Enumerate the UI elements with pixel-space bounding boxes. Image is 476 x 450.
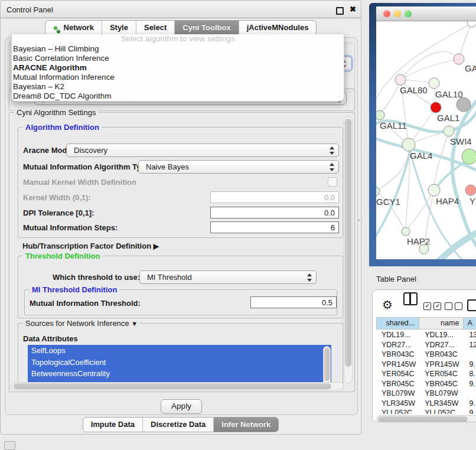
control-panel-titlebar: Control Panel ✖ (1, 2, 361, 18)
network-node[interactable] (376, 110, 384, 120)
which-threshold-combobox[interactable]: MI Threshold (139, 270, 317, 284)
tab-style[interactable]: Style (102, 21, 136, 35)
table-row[interactable]: YBR043CYBR043C (376, 350, 476, 360)
table-row[interactable]: YBR045CYBR045C9. (376, 379, 476, 389)
network-node[interactable] (431, 102, 441, 113)
network-node[interactable] (454, 54, 464, 64)
sources-toggle[interactable]: Sources for Network Inference ▼ (23, 319, 140, 328)
deselect-all-checkboxes-icon[interactable] (445, 301, 462, 311)
table-panel-title: Table Panel (376, 275, 416, 283)
table-cell: YDL19... (419, 330, 464, 340)
tab-infer-network[interactable]: Infer Network (213, 418, 278, 432)
table-cell: YBR043C (376, 350, 419, 360)
table-row[interactable]: YBL079WYBL079W (376, 389, 476, 399)
manual-kernel-checkbox[interactable] (328, 177, 337, 187)
algorithm-option[interactable]: Dream8 DC_TDC Algorithm (12, 92, 344, 101)
float-window-icon[interactable] (336, 7, 344, 15)
tab-network[interactable]: Network (45, 21, 102, 35)
algorithm-option[interactable]: Basic Correlation Inference (12, 54, 344, 63)
apply-button[interactable]: Apply (161, 399, 202, 414)
select-all-checkboxes-icon[interactable]: ✓ ✓ (423, 301, 441, 311)
settings-vertical-scrollbar[interactable] (344, 116, 353, 383)
network-node[interactable] (467, 21, 476, 27)
network-node[interactable] (457, 97, 471, 112)
table-body: YDL19...YDL19...13YDR27...YDR27...12YBR0… (376, 330, 476, 414)
tab-label: Style (110, 21, 128, 35)
hub-definition-toggle[interactable]: Hub/Transcription Factor Definition ▶ (22, 242, 159, 250)
tab-discretize-data[interactable]: Discretize Data (142, 418, 213, 432)
table-row[interactable]: YPR145WYPR145W9. (376, 360, 476, 370)
table-cell: 13 (464, 330, 476, 340)
data-attribute-item[interactable]: BetweennessCentrality (28, 368, 331, 380)
network-canvas[interactable]: GALGAL80GAL10GAL1GAL11SWI4GAL4GCY1HAP4YH… (376, 21, 476, 259)
minimized-panel-icon[interactable] (4, 441, 15, 450)
column-header-clipped[interactable]: A (464, 317, 476, 330)
collapsed-arrow-icon: ▶ (154, 242, 159, 250)
tab-select[interactable]: Select (136, 21, 174, 35)
network-node-label: GAL4 (410, 151, 432, 161)
data-attribute-item[interactable]: TopologicalCoefficient (28, 357, 331, 369)
table-row[interactable]: YLL052CYLL052C9. (376, 408, 476, 414)
group-title: MI Threshold Definition (30, 285, 119, 294)
table-row[interactable]: YDL19...YDL19...13 (376, 330, 476, 340)
network-node[interactable] (402, 138, 415, 151)
tab-cyni-toolbox[interactable]: Cyni Toolbox (174, 21, 238, 35)
network-node-label: GAL (465, 63, 476, 73)
mi-threshold-field[interactable]: 0.5 (250, 296, 337, 308)
algorithm-option[interactable]: ARACNE Algorithm (12, 63, 344, 73)
network-node[interactable] (462, 149, 476, 164)
column-layout-icon[interactable] (403, 292, 418, 305)
table-cell: YBL079W (419, 389, 464, 399)
panel-divider-arrow[interactable]: ‹ (358, 216, 360, 223)
zoom-traffic-icon[interactable] (405, 10, 412, 17)
mi-type-combobox[interactable]: Naive Bayes (138, 160, 339, 174)
settings-horizontal-scrollbar[interactable] (11, 382, 344, 390)
table-cell: 9. (464, 408, 476, 414)
dpi-tolerance-field[interactable]: 0.0 (210, 207, 339, 219)
data-attribute-item[interactable]: SelfLoops (28, 345, 331, 357)
network-node[interactable] (444, 126, 454, 136)
column-header-name[interactable]: name (419, 317, 464, 330)
table-cell: YBR045C (419, 379, 464, 389)
network-node[interactable] (428, 184, 440, 196)
aracne-mode-combobox[interactable]: Discovery (66, 144, 339, 157)
table-cell: YLR345W (419, 399, 464, 409)
table-row[interactable]: YLR345WYLR345W9. (376, 399, 476, 409)
network-node-label: GAL10 (435, 89, 463, 99)
network-node[interactable] (429, 78, 439, 89)
network-node[interactable] (376, 187, 380, 196)
threshold-definition-group: Threshold Definition Which threshold to … (18, 256, 343, 318)
minimize-traffic-icon[interactable] (394, 10, 401, 17)
table-horizontal-scrollbar[interactable] (376, 415, 476, 422)
table-row[interactable]: YER054CYER054C8. (376, 369, 476, 379)
close-icon[interactable]: ✖ (350, 5, 356, 14)
network-window-titlebar (376, 6, 476, 21)
network-node[interactable] (395, 74, 406, 85)
network-graph: GALGAL80GAL10GAL1GAL11SWI4GAL4GCY1HAP4YH… (376, 21, 476, 259)
table-cell: YBR045C (376, 379, 419, 389)
algorithm-option[interactable]: Bayesian – Hill Climbing (12, 44, 344, 54)
network-node[interactable] (419, 244, 429, 254)
network-node[interactable] (465, 185, 476, 195)
mi-steps-label: Mutual Information Steps: (23, 223, 118, 232)
clipped-toolbar-icon[interactable] (467, 299, 476, 314)
network-node-label: GAL80 (400, 85, 428, 95)
table-row[interactable]: YDR27...YDR27...12 (376, 340, 476, 350)
close-traffic-icon[interactable] (383, 10, 390, 17)
panel-title: Control Panel (6, 5, 53, 14)
mi-steps-field[interactable]: 6 (210, 221, 339, 233)
tab-jactivemnodules[interactable]: jActiveMNodules (239, 21, 317, 35)
stepper-icon (330, 146, 335, 155)
network-inner-window: GALGAL80GAL10GAL1GAL11SWI4GAL4GCY1HAP4YH… (376, 6, 476, 259)
algorithm-option[interactable]: Mutual Information Inference (12, 73, 344, 82)
mi-threshold-label: Mutual Information Threshold: (30, 299, 141, 308)
algorithm-option[interactable]: Bayesian – K2 (12, 82, 344, 92)
column-header-shared-name[interactable]: shared... (376, 317, 419, 330)
network-node[interactable] (402, 227, 410, 236)
tab-impute-data[interactable]: Impute Data (83, 418, 142, 432)
kernel-width-field[interactable]: 0.0 (210, 191, 339, 203)
dpi-tolerance-label: DPI Tolerance [0,1]: (23, 208, 94, 217)
gear-icon[interactable]: ⚙ (382, 297, 393, 312)
tab-label: Select (144, 21, 167, 35)
table-cell: YLL052C (376, 408, 419, 414)
